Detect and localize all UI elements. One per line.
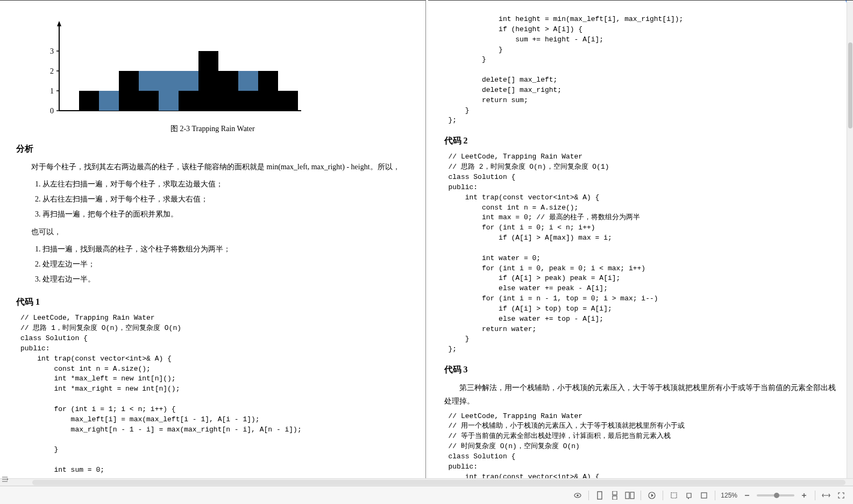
figure-caption: 图 2-3 Trapping Rain Water bbox=[16, 124, 409, 134]
svg-rect-20 bbox=[238, 71, 258, 91]
step-item: 再扫描一遍，把每个柱子的面积并累加。 bbox=[42, 207, 409, 222]
svg-text:0: 0 bbox=[50, 107, 54, 115]
svg-rect-16 bbox=[179, 71, 198, 91]
svg-rect-10 bbox=[79, 91, 99, 111]
svg-text:3: 3 bbox=[50, 47, 54, 55]
select-icon[interactable] bbox=[682, 489, 696, 502]
page-left: 0123 图 2-3 Trapping Rain Water 分析 对于每个柱子… bbox=[0, 0, 426, 478]
bottom-toolbar: 125% bbox=[0, 486, 853, 504]
step-item: 处理左边一半； bbox=[42, 257, 409, 272]
heading-code1: 代码 1 bbox=[16, 297, 409, 308]
heading-code3: 代码 3 bbox=[444, 364, 837, 376]
svg-point-25 bbox=[577, 494, 579, 496]
analysis-paragraph: 对于每个柱子，找到其左右两边最高的柱子，该柱子能容纳的面积就是 min(max_… bbox=[16, 160, 409, 174]
svg-rect-12 bbox=[119, 71, 139, 111]
svg-rect-33 bbox=[701, 493, 707, 498]
page-right: int height = min(max_left[i], max_right[… bbox=[428, 0, 854, 478]
svg-rect-23 bbox=[278, 91, 298, 111]
step-item: 处理右边一半。 bbox=[42, 272, 409, 287]
svg-rect-26 bbox=[598, 492, 602, 499]
svg-rect-27 bbox=[613, 491, 617, 495]
svg-text:2: 2 bbox=[50, 67, 54, 75]
svg-text:1: 1 bbox=[50, 87, 54, 95]
svg-rect-13 bbox=[139, 71, 159, 91]
zoom-out-button[interactable] bbox=[740, 489, 754, 502]
code-block-1-continued: int height = min(max_left[i], max_right[… bbox=[449, 15, 837, 126]
zoom-in-button[interactable] bbox=[797, 489, 811, 502]
code-block-2: // LeetCode, Trapping Rain Water // 思路 2… bbox=[449, 152, 837, 355]
page-facing-icon[interactable] bbox=[623, 489, 637, 502]
heading-code2: 代码 2 bbox=[444, 135, 837, 147]
trapping-rain-water-chart: 0123 bbox=[43, 17, 301, 119]
eye-icon[interactable] bbox=[571, 489, 585, 502]
svg-rect-28 bbox=[613, 496, 617, 500]
crop-icon[interactable] bbox=[667, 489, 681, 502]
page-continuous-icon[interactable] bbox=[608, 489, 622, 502]
step-item: 从左往右扫描一遍，对于每个柱子，求取左边最大值； bbox=[42, 177, 409, 192]
svg-rect-21 bbox=[238, 91, 258, 111]
svg-rect-32 bbox=[671, 493, 677, 498]
svg-rect-14 bbox=[139, 91, 159, 111]
steps-list-2: 扫描一遍，找到最高的柱子，这个柱子将数组分为两半；处理左边一半；处理右边一半。 bbox=[31, 242, 409, 287]
play-icon[interactable] bbox=[645, 489, 659, 502]
step-item: 扫描一遍，找到最高的柱子，这个柱子将数组分为两半； bbox=[42, 242, 409, 257]
svg-rect-29 bbox=[625, 492, 629, 499]
svg-rect-30 bbox=[630, 492, 634, 499]
page-single-icon[interactable] bbox=[593, 489, 607, 502]
horizontal-scrollbar[interactable] bbox=[0, 478, 853, 486]
code-block-1: // LeetCode, Trapping Rain Water // 思路 1… bbox=[20, 313, 409, 476]
zoom-level: 125% bbox=[721, 492, 737, 499]
svg-rect-11 bbox=[99, 91, 119, 111]
step-item: 从右往左扫描一遍，对于每个柱子，求最大右值； bbox=[42, 192, 409, 207]
fit-width-icon[interactable] bbox=[819, 489, 833, 502]
code-block-3: // LeetCode, Trapping Rain Water // 用一个栈… bbox=[449, 412, 837, 478]
also-paragraph: 也可以， bbox=[16, 225, 409, 239]
zoom-slider[interactable] bbox=[757, 494, 794, 496]
fit-page-icon[interactable] bbox=[834, 489, 848, 502]
svg-rect-22 bbox=[258, 71, 278, 111]
svg-rect-19 bbox=[218, 71, 238, 111]
steps-list-1: 从左往右扫描一遍，对于每个柱子，求取左边最大值；从右往左扫描一遍，对于每个柱子，… bbox=[31, 177, 409, 222]
svg-rect-15 bbox=[159, 71, 179, 111]
code3-intro-paragraph: 第三种解法，用一个栈辅助，小于栈顶的元素压入，大于等于栈顶就把栈里所有小于或等于… bbox=[444, 381, 837, 408]
vertical-scrollbar[interactable] bbox=[847, 0, 853, 478]
marquee-icon[interactable] bbox=[697, 489, 711, 502]
sidebar-toggle-button[interactable] bbox=[0, 473, 10, 486]
svg-rect-18 bbox=[198, 51, 218, 111]
svg-rect-17 bbox=[179, 91, 198, 111]
heading-analysis: 分析 bbox=[16, 143, 409, 155]
